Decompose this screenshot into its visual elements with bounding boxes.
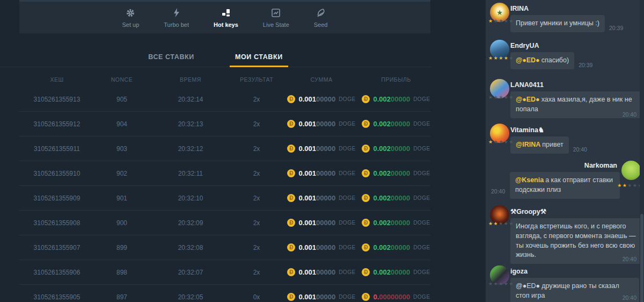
chat-message: ★★★★★ Vitamina♞ @IRINAпривет 20:40 bbox=[486, 123, 644, 159]
table-row[interactable]: 3105261355911 903 20:32:12 2x Ð0.0010000… bbox=[19, 136, 430, 161]
bet-profit: Ð0.00200000DOGE bbox=[362, 169, 430, 177]
table-header-row: ХЕШ NONCE ВРЕМЯ РЕЗУЛЬТАТ СУММА ПРИБЫЛЬ bbox=[19, 74, 430, 85]
bet-nonce: 903 bbox=[94, 145, 149, 153]
table-row[interactable]: 3105261355906 898 20:32:07 2x Ð0.0010000… bbox=[19, 260, 430, 284]
chat-scrollbar-thumb[interactable] bbox=[640, 214, 643, 302]
chat-message: ★★★★★ igoza @●ED●дружище рано ты сказал … bbox=[486, 264, 644, 302]
toolbar-item-set-up[interactable]: Set up bbox=[118, 2, 144, 33]
bet-result: 2x bbox=[232, 219, 281, 227]
user-rating: ★★★★★ bbox=[617, 183, 643, 188]
bet-hash: 3105261355905 bbox=[19, 293, 94, 301]
toolbar-item-label: Seed bbox=[314, 21, 328, 28]
chat-username: Narkoman bbox=[486, 159, 617, 169]
doge-coin-icon: Ð bbox=[362, 268, 370, 276]
doge-coin-icon: Ð bbox=[287, 268, 295, 276]
table-row[interactable]: 3105261355909 901 20:32:10 2x Ð0.0010000… bbox=[19, 185, 430, 210]
chat-bubble: @●ED●дружище рано ты сказал стоп игра bbox=[510, 278, 639, 302]
bet-nonce: 899 bbox=[94, 244, 149, 251]
avatar[interactable] bbox=[621, 161, 641, 180]
seed-icon bbox=[316, 8, 326, 19]
bet-time: 20:32:11 bbox=[149, 170, 232, 177]
table-row[interactable]: 3105261355908 900 20:32:09 2x Ð0.0010000… bbox=[19, 210, 430, 235]
bet-amount: Ð0.00100000DOGE bbox=[281, 120, 362, 128]
table-row[interactable]: 3105261355910 902 20:32:11 2x Ð0.0010000… bbox=[19, 161, 430, 185]
bet-hash: 3105261355909 bbox=[19, 195, 94, 202]
bet-nonce: 898 bbox=[94, 269, 149, 276]
tab-my-bets[interactable]: МОИ СТАВКИ bbox=[234, 47, 284, 67]
toolbar-item-turbo-bet[interactable]: Turbo bet bbox=[159, 2, 193, 33]
doge-coin-icon: Ð bbox=[287, 95, 295, 103]
chat-message: ★★★★★ LANA0411 @●ED●хаха мазила,я, даже … bbox=[486, 78, 644, 123]
chat-username: IRINA bbox=[510, 2, 644, 12]
doge-coin-icon: Ð bbox=[362, 120, 370, 128]
toolbar-item-label: Set up bbox=[122, 21, 140, 28]
gear-icon bbox=[125, 8, 136, 19]
bet-time: 20:32:07 bbox=[149, 269, 232, 276]
column-header-profit: ПРИБЫЛЬ bbox=[362, 76, 430, 83]
chat-timestamp: 20:40 bbox=[623, 294, 636, 302]
chat-bubble: Привет умники и умницы :) bbox=[510, 15, 605, 32]
chat-message: ★ ★★★★★ IRINA Привет умники и умницы :) … bbox=[486, 2, 644, 39]
game-settings-toolbar: Set up Turbo bet Hot keys Live State See… bbox=[19, 0, 430, 33]
live-chart-icon bbox=[270, 8, 281, 19]
my-bets-table: ХЕШ NONCE ВРЕМЯ РЕЗУЛЬТАТ СУММА ПРИБЫЛЬ … bbox=[19, 74, 430, 302]
column-header-amount: СУММА bbox=[281, 76, 362, 83]
user-rating: ★★★★★ bbox=[488, 281, 514, 286]
table-row[interactable]: 3105261355905 897 20:32:05 0x Ð0.0010000… bbox=[19, 284, 430, 302]
doge-coin-icon: Ð bbox=[287, 169, 295, 177]
bet-amount: Ð0.00100000DOGE bbox=[281, 145, 362, 153]
bet-result: 2x bbox=[232, 96, 281, 103]
table-row[interactable]: 3105261355912 904 20:32:13 2x Ð0.0010000… bbox=[19, 111, 430, 136]
user-rating: ★★★★★ bbox=[488, 221, 514, 226]
bet-result: 2x bbox=[232, 269, 281, 276]
doge-coin-icon: Ð bbox=[287, 219, 295, 227]
bet-profit: Ð0.00200000DOGE bbox=[362, 219, 430, 227]
user-rating: ★★★★★ bbox=[488, 18, 514, 24]
bet-amount: Ð0.00100000DOGE bbox=[281, 95, 362, 103]
chat-username: EndryUA bbox=[510, 39, 644, 49]
bet-profit: Ð0.00200000DOGE bbox=[362, 95, 430, 103]
toolbar-item-hot-keys[interactable]: Hot keys bbox=[209, 2, 243, 33]
doge-coin-icon: Ð bbox=[362, 219, 370, 227]
bet-amount: Ð0.00100000DOGE bbox=[281, 293, 362, 301]
user-mention[interactable]: @IRINA bbox=[516, 141, 540, 148]
bet-result: 2x bbox=[232, 120, 281, 128]
doge-coin-icon: Ð bbox=[287, 243, 295, 251]
chat-timestamp: 20:40 bbox=[491, 188, 505, 196]
doge-coin-icon: Ð bbox=[362, 95, 370, 103]
bet-profit: Ð0.00000000DOGE bbox=[362, 293, 430, 301]
toolbar-item-seed[interactable]: Seed bbox=[310, 2, 332, 33]
bet-profit: Ð0.00200000DOGE bbox=[362, 120, 430, 128]
chat-message: ★★★★★ ⚒Groopy⚒ Иногда встретишь кого, и … bbox=[486, 204, 644, 264]
hotkeys-icon bbox=[221, 8, 231, 19]
table-row[interactable]: 3105261355913 905 20:32:14 2x Ð0.0010000… bbox=[19, 87, 430, 111]
bet-time: 20:32:08 bbox=[149, 244, 232, 251]
chat-username: igoza bbox=[510, 264, 644, 275]
bet-result: 2x bbox=[232, 170, 281, 177]
user-mention[interactable]: @Ksenia bbox=[515, 176, 544, 184]
bet-nonce: 905 bbox=[94, 96, 149, 103]
chat-panel: ★ ★★★★★ IRINA Привет умники и умницы :) … bbox=[486, 0, 644, 302]
bets-tabs: ВСЕ СТАВКИ МОИ СТАВКИ bbox=[0, 47, 431, 67]
chat-timestamp: 20:39 bbox=[579, 62, 592, 69]
toolbar-item-live-state[interactable]: Live State bbox=[259, 2, 294, 33]
doge-coin-icon: Ð bbox=[362, 243, 370, 251]
user-mention[interactable]: @●ED● bbox=[516, 56, 540, 64]
table-row[interactable]: 3105261355907 899 20:32:08 2x Ð0.0010000… bbox=[19, 235, 430, 260]
bet-result: 2x bbox=[232, 195, 281, 202]
bet-amount: Ð0.00100000DOGE bbox=[281, 219, 362, 227]
bet-hash: 3105261355913 bbox=[19, 96, 94, 103]
chat-timestamp: 20:40 bbox=[623, 256, 636, 263]
user-mention[interactable]: @●ED● bbox=[516, 96, 540, 103]
tab-all-bets[interactable]: ВСЕ СТАВКИ bbox=[147, 47, 195, 67]
user-rating: ★★★★★ bbox=[488, 95, 514, 100]
user-rating: ★★★★★ bbox=[488, 55, 514, 61]
bet-amount: Ð0.00100000DOGE bbox=[281, 169, 362, 177]
bet-nonce: 901 bbox=[94, 195, 149, 202]
user-mention[interactable]: @●ED● bbox=[516, 282, 540, 290]
bet-amount: Ð0.00100000DOGE bbox=[281, 268, 362, 276]
chat-username: Vitamina♞ bbox=[510, 123, 644, 134]
bet-profit: Ð0.00200000DOGE bbox=[362, 243, 430, 251]
bet-hash: 3105261355911 bbox=[19, 145, 94, 153]
toolbar-item-label: Hot keys bbox=[214, 21, 238, 28]
